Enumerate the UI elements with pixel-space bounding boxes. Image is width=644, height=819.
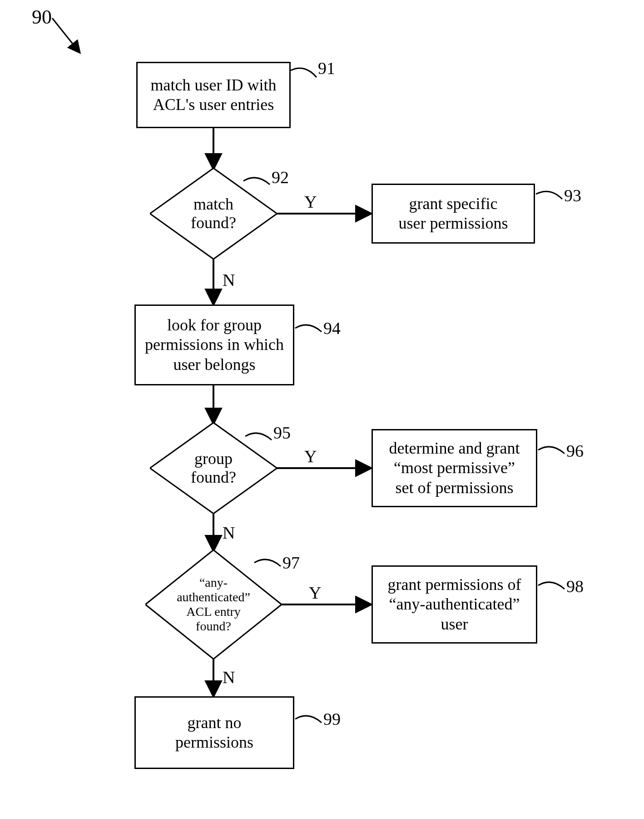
- box-text: grant no permissions: [175, 713, 253, 752]
- decision-group-found: group found?: [150, 423, 277, 514]
- ref-91: 91: [318, 58, 335, 78]
- decision-any-authenticated: “any- authenticated” ACL entry found?: [145, 550, 282, 659]
- ref-99: 99: [323, 709, 341, 729]
- diamond-text: match found?: [191, 195, 236, 233]
- box-text: grant permissions of “any-authenticated”…: [388, 575, 521, 634]
- ref-96: 96: [566, 441, 584, 461]
- edge-label-n: N: [223, 270, 235, 290]
- edge-label-y: Y: [304, 446, 317, 466]
- diagram-ref-label: 90: [32, 5, 52, 29]
- diamond-text: “any- authenticated” ACL entry found?: [177, 575, 250, 634]
- box-grant-no-permissions: grant no permissions: [134, 696, 294, 769]
- box-match-user-id: match user ID with ACL's user entries: [136, 62, 291, 128]
- box-text: determine and grant “most permissive” se…: [389, 439, 520, 498]
- box-look-for-group: look for group permissions in which user…: [134, 305, 294, 385]
- ref-93: 93: [564, 185, 581, 205]
- svg-line-0: [52, 18, 79, 52]
- ref-92: 92: [272, 167, 289, 187]
- box-text: grant specific user permissions: [399, 194, 508, 233]
- edge-label-y: Y: [309, 583, 321, 603]
- ref-98: 98: [566, 576, 584, 596]
- box-most-permissive: determine and grant “most permissive” se…: [372, 429, 537, 507]
- connectors: [0, 0, 644, 819]
- box-grant-any-authenticated: grant permissions of “any-authenticated”…: [372, 565, 537, 644]
- decision-match-found: match found?: [150, 168, 277, 259]
- edge-label-n: N: [223, 523, 235, 543]
- ref-95: 95: [273, 423, 291, 443]
- box-grant-specific-user: grant specific user permissions: [372, 184, 535, 244]
- box-text: match user ID with ACL's user entries: [151, 75, 277, 115]
- ref-94: 94: [323, 318, 341, 338]
- edge-label-y: Y: [304, 192, 317, 212]
- ref-97: 97: [282, 553, 300, 573]
- box-text: look for group permissions in which user…: [145, 315, 284, 375]
- acl-permission-flowchart: 90 match user ID with ACL's user entries…: [0, 0, 644, 819]
- edge-label-n: N: [223, 667, 235, 687]
- diamond-text: group found?: [191, 449, 236, 487]
